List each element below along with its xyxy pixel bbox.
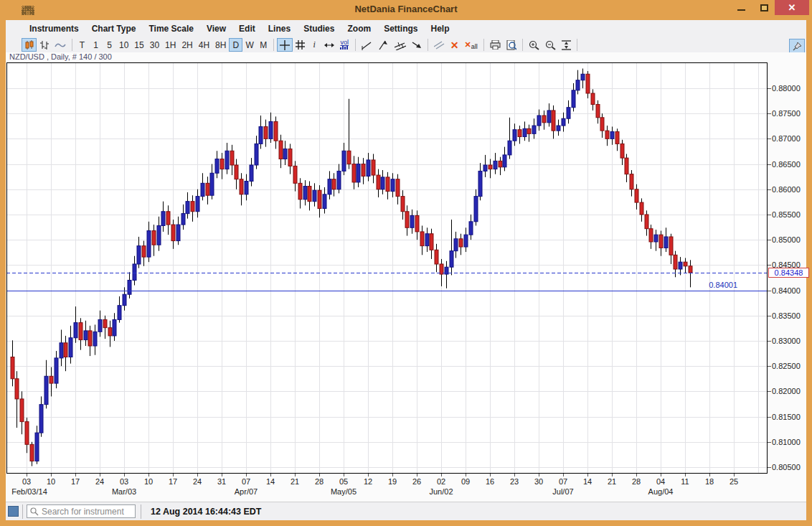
x-axis-tick — [661, 474, 661, 476]
timeframe-4H[interactable]: 4H — [196, 38, 212, 52]
timeframe-1H[interactable]: 1H — [162, 38, 179, 52]
menu-lines[interactable]: Lines — [262, 22, 297, 36]
y-axis-tick — [768, 265, 771, 266]
zoom-out-icon — [545, 40, 556, 50]
x-axis-label: 31 — [211, 477, 232, 486]
print-preview-button[interactable] — [504, 38, 519, 52]
x-axis-label: 17 — [162, 477, 184, 486]
x-axis-tick — [392, 474, 393, 476]
crosshair-icon — [280, 40, 290, 50]
crosshair-button[interactable] — [277, 38, 293, 52]
y-axis-label: 0.87500 — [772, 109, 809, 118]
x-axis-tick — [27, 474, 27, 476]
y-axis-label: 0.81000 — [772, 438, 809, 446]
title-bar[interactable]: NetDania FinanceChart ✕ — [0, 0, 812, 20]
x-axis-tick — [685, 474, 686, 476]
menu-chart-type[interactable]: Chart Type — [85, 22, 143, 36]
zoom-out-button[interactable] — [542, 38, 559, 52]
timeframe-10[interactable]: 10 — [116, 38, 131, 52]
x-axis-label: 24 — [89, 477, 110, 486]
menu-edit[interactable]: Edit — [232, 22, 262, 36]
y-axis-label: 0.82000 — [772, 387, 809, 395]
y-axis-label: 0.87000 — [772, 134, 809, 143]
instrument-list-button[interactable] — [8, 506, 19, 517]
x-axis-label: 07 — [235, 477, 257, 486]
trendline-icon — [362, 40, 372, 50]
candlestick-chart-button[interactable] — [22, 38, 37, 52]
channel-tool[interactable] — [392, 38, 409, 52]
x-axis-label: 30 — [528, 477, 549, 486]
x-axis-label: 26 — [406, 477, 428, 486]
window-content: InstrumentsChart TypeTime ScaleViewEditL… — [6, 20, 806, 520]
y-axis-tick — [768, 417, 771, 418]
timeframe-W[interactable]: W — [242, 38, 256, 52]
ohlc-bar-chart-button[interactable] — [37, 38, 52, 52]
x-axis-tick — [734, 474, 735, 476]
arrow-tool[interactable] — [409, 38, 425, 52]
menu-view[interactable]: View — [200, 22, 232, 36]
pin-button[interactable] — [789, 39, 805, 53]
printer-icon — [490, 40, 501, 50]
timeframe-T[interactable]: T — [75, 38, 89, 52]
trendline-tool[interactable] — [359, 38, 375, 52]
menu-studies[interactable]: Studies — [297, 22, 341, 36]
timeframe-8H[interactable]: 8H — [212, 38, 229, 52]
search-input[interactable] — [42, 507, 126, 517]
timeframe-2H[interactable]: 2H — [179, 38, 195, 52]
month-label: May/05 — [321, 487, 366, 496]
line-chart-button[interactable] — [52, 38, 69, 52]
menu-help[interactable]: Help — [424, 22, 455, 36]
y-axis-label: 0.80500 — [772, 463, 809, 471]
month-label: Aug/04 — [638, 487, 683, 496]
y-axis-tick — [768, 240, 771, 240]
delete-all-lines-button[interactable]: ✕all — [462, 38, 481, 52]
timeframe-D[interactable]: D — [229, 38, 242, 52]
print-button[interactable] — [487, 38, 504, 52]
x-axis-tick — [709, 474, 710, 476]
candlestick-plot[interactable] — [6, 62, 768, 474]
timeframe-15[interactable]: 15 — [131, 38, 146, 52]
y-axis-tick — [768, 164, 771, 165]
search-box[interactable] — [27, 504, 136, 518]
app-window: NetDania FinanceChart ✕ InstrumentsChart… — [0, 0, 812, 526]
timeframe-1[interactable]: 1 — [89, 38, 103, 52]
x-axis-label: 28 — [308, 477, 330, 486]
delete-line-button[interactable]: ✕ — [448, 38, 462, 52]
zoom-in-icon — [529, 40, 539, 50]
toolbar-separator — [483, 39, 484, 51]
y-axis-tick — [768, 467, 771, 468]
delete-all-x-icon: ✕ — [465, 40, 471, 50]
y-axis-label: 0.82500 — [772, 362, 809, 370]
arrow-icon — [412, 40, 422, 50]
timeframe-5[interactable]: 5 — [103, 38, 116, 52]
fit-scale-button[interactable] — [559, 38, 574, 52]
volume-button[interactable]: vol — [337, 38, 352, 52]
zoom-in-button[interactable] — [526, 38, 542, 52]
candlestick-icon — [24, 40, 34, 50]
fit-scale-icon — [562, 40, 571, 50]
menu-settings[interactable]: Settings — [377, 22, 424, 36]
timeframe-30[interactable]: 30 — [147, 38, 162, 52]
maximize-button[interactable] — [755, 0, 773, 15]
y-axis-tick — [768, 366, 771, 367]
print-preview-icon — [506, 40, 516, 50]
x-axis-label: 17 — [65, 477, 86, 486]
y-axis-tick — [768, 88, 771, 89]
horizontal-scroll-button[interactable] — [321, 38, 337, 52]
ray-line-tool[interactable] — [375, 38, 392, 52]
menu-instruments[interactable]: Instruments — [23, 22, 85, 36]
x-axis-label: 14 — [577, 477, 598, 486]
x-axis-label: 24 — [187, 477, 208, 486]
toolbar-separator — [355, 39, 356, 51]
timeframe-M[interactable]: M — [257, 38, 270, 52]
x-axis-tick — [368, 474, 369, 476]
menu-time-scale[interactable]: Time Scale — [142, 22, 199, 36]
parallel-lines-tool[interactable] — [431, 38, 448, 52]
minimize-button[interactable] — [732, 0, 750, 15]
x-axis-label: 23 — [504, 477, 525, 486]
close-button[interactable]: ✕ — [775, 0, 809, 15]
menu-zoom[interactable]: Zoom — [341, 22, 377, 36]
info-button[interactable]: i — [308, 38, 321, 52]
month-label: Feb/03/14 — [7, 487, 52, 496]
grid-button[interactable] — [293, 38, 308, 52]
